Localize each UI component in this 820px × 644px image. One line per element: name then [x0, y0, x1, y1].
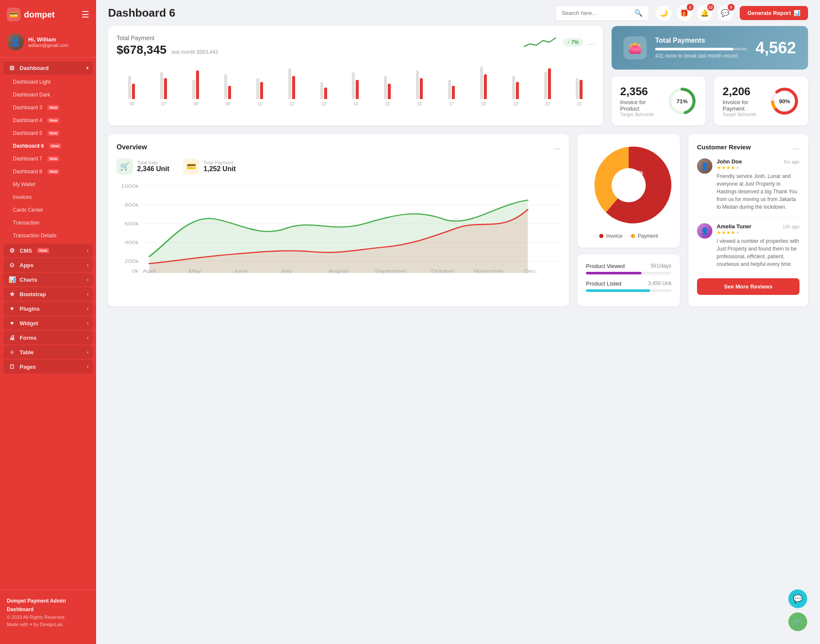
dashboard-7-label: Dashboard 7 — [13, 156, 42, 162]
sidebar-item-cards-center[interactable]: Cards Center — [9, 204, 93, 216]
sidebar-item-dashboard-light[interactable]: Dashboard Light — [9, 76, 93, 88]
chat-button[interactable]: 💬 5 — [718, 6, 733, 21]
bar-group: 20 — [532, 64, 562, 106]
table-label: Table — [20, 349, 34, 356]
bell-button[interactable]: 🔔 12 — [697, 6, 712, 21]
dashboard-dark-label: Dashboard Dark — [13, 92, 50, 98]
total-payment-label: Total Payment — [204, 160, 236, 165]
sidebar-footer: Dompet Payment Admin Dashboard © 2023 Al… — [0, 590, 96, 635]
search-input[interactable] — [562, 10, 631, 16]
banner-progress-fill — [655, 48, 733, 50]
bar-label: 11 — [257, 102, 262, 106]
cms-arrow: › — [87, 248, 88, 253]
bar-pair — [544, 64, 551, 99]
bar-pair — [384, 64, 391, 99]
sidebar-item-transaction[interactable]: Transaction — [9, 216, 93, 229]
cards-center-label: Cards Center — [13, 207, 43, 213]
gift-button[interactable]: 🎁 2 — [676, 6, 692, 21]
bar-pair — [352, 64, 359, 99]
sidebar-item-transaction-details[interactable]: Transaction Details — [9, 229, 93, 242]
svg-text:400k: 400k — [125, 240, 139, 245]
cart-fab-button[interactable]: 🛒 — [788, 612, 807, 631]
bar-red — [132, 84, 135, 99]
sidebar-item-dashboard-4[interactable]: Dashboard 4 New — [9, 114, 93, 127]
total-sale-label: Total Sale — [137, 160, 170, 165]
total-payment-amount: $678,345 — [117, 43, 167, 57]
charts-arrow: › — [87, 277, 88, 282]
bootstrap-label: Bootstrap — [20, 291, 46, 297]
reviewer-name-1: John Doe — [717, 158, 742, 165]
row-2: Overview ... 🛒 Total Sale 2,346 Unit 💳 — [108, 134, 808, 306]
sidebar-item-table[interactable]: ≡ Table › — [3, 345, 93, 359]
review-text-2: I viewed a number of properties with Jus… — [717, 237, 800, 268]
total-payments-banner: 👛 Total Payments 431 more to break last … — [612, 26, 808, 70]
dashboard-label: Dashboard — [20, 65, 49, 71]
product-stats-card: Product Viewed 561/days Product Listed 3… — [577, 254, 680, 306]
sidebar-item-dashboard-dark[interactable]: Dashboard Dark — [9, 88, 93, 101]
product-viewed-bar — [586, 272, 671, 274]
sidebar-item-dashboard-6[interactable]: Dashboard 6 New — [9, 140, 93, 152]
avatar-img-2: 👤 — [697, 223, 712, 239]
sidebar-item-dashboard-5[interactable]: Dashboard 5 New — [9, 127, 93, 140]
bar-group: 07 — [149, 64, 179, 106]
overview-card: Overview ... 🛒 Total Sale 2,346 Unit 💳 — [108, 134, 569, 306]
theme-toggle-button[interactable]: 🌙 — [656, 6, 671, 21]
svg-text:0k: 0k — [132, 269, 139, 274]
sidebar-item-dashboard[interactable]: ⊞ Dashboard ▾ — [3, 61, 93, 75]
card-header-left: Total Payment $678,345 last month $563,4… — [117, 35, 218, 57]
invoice-product-target: Target 3k/month — [620, 112, 660, 117]
sidebar-user: 👤 Hi, William william@gmail.com — [0, 29, 96, 58]
sidebar-item-cms[interactable]: ⚙ CMS New › — [3, 244, 93, 257]
logo-text: dompet — [24, 10, 55, 20]
support-fab-button[interactable]: 💬 — [788, 589, 807, 608]
sidebar-item-my-wallet[interactable]: My Wallet — [9, 178, 93, 191]
see-more-reviews-button[interactable]: See More Reviews — [697, 278, 800, 295]
hamburger-button[interactable]: ☰ — [82, 9, 89, 20]
gift-badge: 2 — [687, 4, 694, 11]
pages-label: Pages — [20, 364, 36, 370]
sidebar-item-invoices[interactable]: Invoices — [9, 191, 93, 204]
card-header-right: ↑ 7% ... — [524, 35, 594, 50]
widget-label: Widget — [20, 320, 38, 326]
invoice-payment-target: Target 3k/month — [723, 112, 763, 117]
svg-text:October: October — [431, 269, 455, 274]
avatar: 👤 — [7, 33, 24, 50]
bar-label: 06 — [129, 102, 134, 106]
trend-badge: ↑ 7% — [563, 38, 583, 47]
banner-title: Total Payments — [655, 37, 747, 44]
bar-red — [196, 70, 199, 99]
bar-chart: 060708091112131415161718192021 — [117, 64, 594, 115]
banner-body: Total Payments 431 more to break last mo… — [655, 37, 747, 59]
bar-pair — [192, 64, 199, 99]
overview-menu-dots[interactable]: ... — [554, 143, 560, 152]
sidebar-item-apps[interactable]: ⊙ Apps › — [3, 258, 93, 272]
sidebar-item-pages[interactable]: 🗋 Pages › — [3, 360, 93, 373]
sidebar-logo: 💳 dompet — [7, 8, 55, 21]
svg-text:200k: 200k — [125, 259, 139, 264]
dashboard-6-label: Dashboard 6 — [13, 143, 44, 149]
review-menu-dots[interactable]: ... — [793, 143, 800, 152]
chart-bar-icon: 📊 — [794, 10, 800, 16]
sidebar-item-charts[interactable]: 📊 Charts › — [3, 273, 93, 286]
user-name: Hi, William — [28, 36, 68, 43]
sidebar-item-widget[interactable]: ♥ Widget › — [3, 316, 93, 330]
search-icon[interactable]: 🔍 — [634, 9, 643, 17]
dashboard-section: ⊞ Dashboard ▾ Dashboard Light Dashboard … — [3, 61, 93, 242]
bar-group: 21 — [564, 64, 594, 106]
sidebar-item-dashboard-8[interactable]: Dashboard 8 New — [9, 165, 93, 178]
review-content-2: Amelia Tuner 10h ago ★★★★★ I viewed a nu… — [717, 223, 800, 268]
product-listed-fill — [586, 289, 650, 292]
bar-gray — [128, 76, 131, 99]
sidebar-item-plugins[interactable]: ♥ Plugins › — [3, 302, 93, 315]
generate-report-button[interactable]: Generate Report 📊 — [740, 6, 808, 20]
avatar-img: 👤 — [7, 33, 24, 50]
sidebar-item-forms[interactable]: 🖨 Forms › — [3, 331, 93, 344]
sidebar-item-dashboard-7[interactable]: Dashboard 7 New — [9, 152, 93, 165]
sidebar: 💳 dompet ☰ 👤 Hi, William william@gmail.c… — [0, 0, 96, 644]
invoice-product-info: 2,356 Invoice for Product Target 3k/mont… — [620, 85, 660, 117]
sidebar-item-dashboard-3[interactable]: Dashboard 3 New — [9, 101, 93, 114]
pie-svg: 62% 38% — [586, 143, 671, 228]
sidebar-item-bootstrap[interactable]: ★ Bootstrap › — [3, 287, 93, 301]
card-menu-dots[interactable]: ... — [588, 38, 594, 47]
svg-text:April: April — [143, 269, 156, 274]
